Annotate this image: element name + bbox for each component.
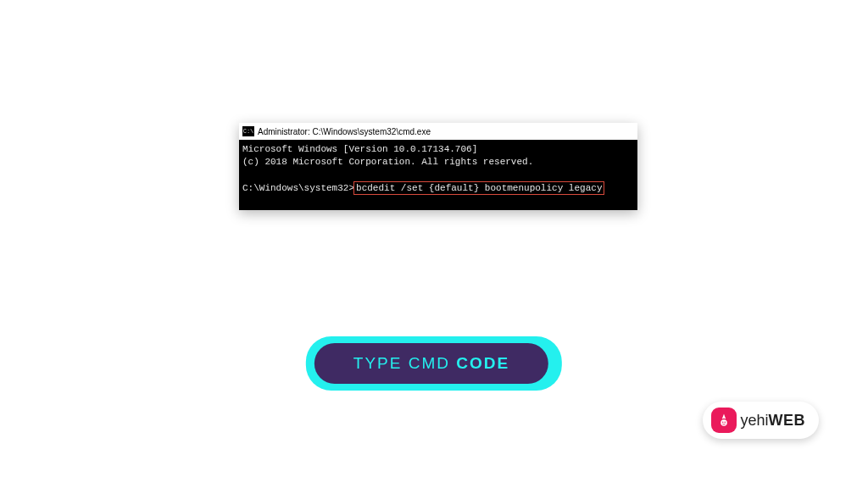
- cmd-output-line-1: Microsoft Windows [Version 10.0.17134.70…: [242, 143, 634, 156]
- cmd-body[interactable]: Microsoft Windows [Version 10.0.17134.70…: [239, 140, 637, 210]
- step-caption-outer: TYPE CMD CODE: [306, 336, 562, 391]
- cmd-typed-command: bcdedit /set {default} bootmenupolicy le…: [353, 181, 604, 196]
- brand-text-heavy: WEB: [769, 412, 806, 429]
- svg-point-2: [725, 421, 726, 423]
- cmd-icon: C:\: [242, 126, 254, 136]
- brand-logo-icon: [711, 408, 737, 433]
- brand-text-thin: yehi: [740, 412, 768, 429]
- cmd-icon-glyph: C:\: [243, 129, 254, 135]
- step-caption-bold: CODE: [456, 354, 509, 372]
- cmd-output-line-2: (c) 2018 Microsoft Corporation. All righ…: [242, 156, 634, 169]
- cmd-prompt: C:\Windows\system32>: [242, 183, 354, 193]
- step-caption: TYPE CMD CODE: [306, 336, 562, 391]
- cmd-blank-line: [242, 169, 634, 181]
- cmd-window-title: Administrator: C:\Windows\system32\cmd.e…: [258, 127, 431, 136]
- svg-point-0: [721, 419, 728, 426]
- step-caption-inner: TYPE CMD CODE: [314, 343, 548, 384]
- brand-text: yehiWEB: [740, 412, 805, 430]
- brand-badge: yehiWEB: [703, 402, 819, 439]
- cmd-window: C:\ Administrator: C:\Windows\system32\c…: [239, 123, 637, 210]
- svg-point-1: [722, 421, 724, 423]
- step-caption-thin: TYPE CMD: [353, 354, 456, 372]
- cmd-prompt-row: C:\Windows\system32>bcdedit /set {defaul…: [242, 181, 634, 196]
- cmd-titlebar: C:\ Administrator: C:\Windows\system32\c…: [239, 123, 637, 140]
